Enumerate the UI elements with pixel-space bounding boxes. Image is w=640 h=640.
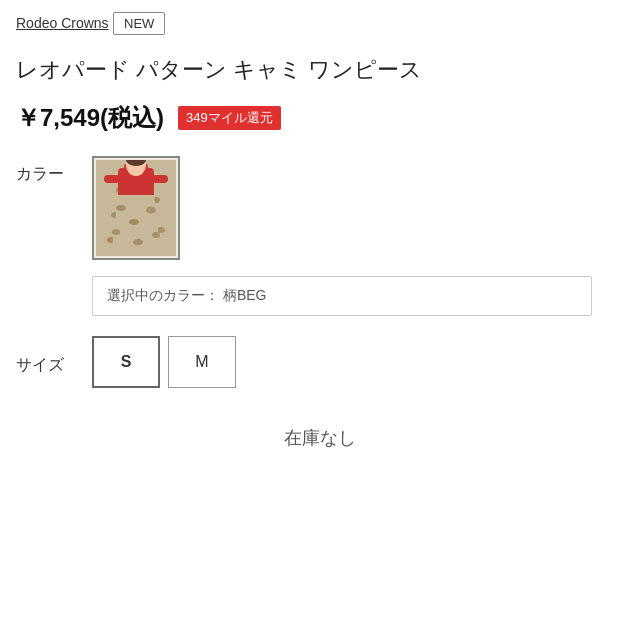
size-section: サイズ S M — [16, 336, 624, 388]
color-swatch-beg[interactable] — [92, 156, 180, 260]
svg-rect-23 — [152, 175, 168, 183]
svg-point-16 — [116, 205, 126, 211]
out-of-stock-label: 在庫なし — [16, 416, 624, 460]
product-price: ￥7,549(税込) — [16, 102, 164, 134]
size-label: サイズ — [16, 347, 68, 376]
new-badge: NEW — [113, 12, 165, 35]
color-label: カラー — [16, 156, 68, 185]
size-button-m[interactable]: M — [168, 336, 236, 388]
size-button-s[interactable]: S — [92, 336, 160, 388]
svg-rect-22 — [104, 175, 120, 183]
svg-point-20 — [152, 232, 160, 238]
brand-link[interactable]: Rodeo Crowns — [16, 15, 109, 31]
svg-point-19 — [112, 229, 120, 235]
color-images — [92, 156, 180, 260]
miles-badge: 349マイル還元 — [178, 106, 281, 130]
svg-point-18 — [129, 219, 139, 225]
color-selected-text: 選択中のカラー： 柄BEG — [92, 276, 592, 316]
svg-point-17 — [146, 206, 156, 213]
svg-point-21 — [133, 239, 143, 245]
price-row: ￥7,549(税込) 349マイル還元 — [16, 102, 624, 134]
product-title: レオパード パターン キャミ ワンピース — [16, 55, 624, 86]
size-buttons: S M — [92, 336, 236, 388]
color-section: カラー — [16, 156, 624, 260]
